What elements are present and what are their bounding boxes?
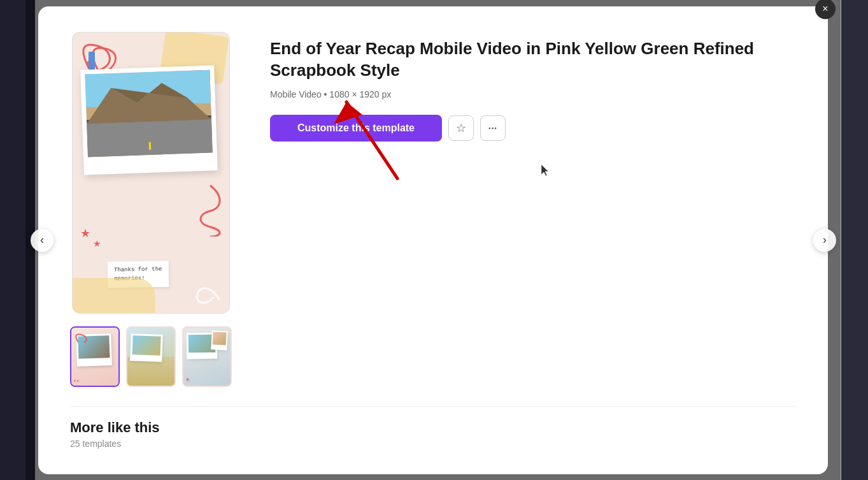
template-meta: Mobile Video • 1080 × 1920 px <box>270 89 796 99</box>
thumbnail-3[interactable]: ★ <box>182 326 232 387</box>
star-decorations: ★ ★ <box>79 224 111 252</box>
road-line <box>149 142 151 150</box>
template-title: End of Year Recap Mobile Video in Pink Y… <box>270 38 796 82</box>
thumbnail-1[interactable]: ★ ★ <box>70 326 120 387</box>
polaroid-image <box>85 70 212 157</box>
svg-marker-0 <box>85 82 211 124</box>
more-options-button[interactable]: ●●● <box>480 115 506 141</box>
svg-text:★: ★ <box>80 227 90 240</box>
close-button[interactable]: × <box>815 0 836 19</box>
template-count: 25 templates <box>70 439 796 449</box>
info-panel: End of Year Recap Mobile Video in Pink Y… <box>270 32 796 161</box>
modal-body: ★ ★ Thanks for the memories! <box>70 32 796 387</box>
preview-area: ★ ★ Thanks for the memories! <box>70 32 232 387</box>
modal-container: × <box>38 6 828 474</box>
customize-button[interactable]: Customize this template <box>270 115 442 142</box>
nav-next-button[interactable]: › <box>813 229 836 252</box>
mountain-silhouette <box>85 78 211 124</box>
more-like-title: More like this <box>70 419 796 436</box>
svg-text:★: ★ <box>93 238 101 249</box>
white-swirl <box>188 275 226 307</box>
thumbnail-2[interactable] <box>126 326 176 387</box>
more-icon: ●●● <box>488 126 497 130</box>
deco-squiggle-mid <box>191 182 226 236</box>
yellow-patch-bottom <box>73 278 155 313</box>
main-preview: ★ ★ Thanks for the memories! <box>72 32 230 314</box>
template-background: ★ ★ Thanks for the memories! <box>73 33 229 313</box>
thumbnails-row: ★ ★ <box>70 326 232 387</box>
road <box>87 120 213 157</box>
polaroid-frame <box>80 65 218 175</box>
favorite-button[interactable]: ☆ <box>448 115 474 141</box>
nav-prev-button[interactable]: ‹ <box>31 229 53 252</box>
modal-overlay: × <box>25 0 841 480</box>
thumb1-deco <box>73 331 92 347</box>
road-scene <box>85 70 212 157</box>
bottom-section: More like this 25 templates <box>70 406 796 449</box>
action-row: Customize this template ☆ ●●● <box>270 115 796 142</box>
right-panel-bg <box>841 0 868 480</box>
star-icon: ☆ <box>456 121 466 135</box>
